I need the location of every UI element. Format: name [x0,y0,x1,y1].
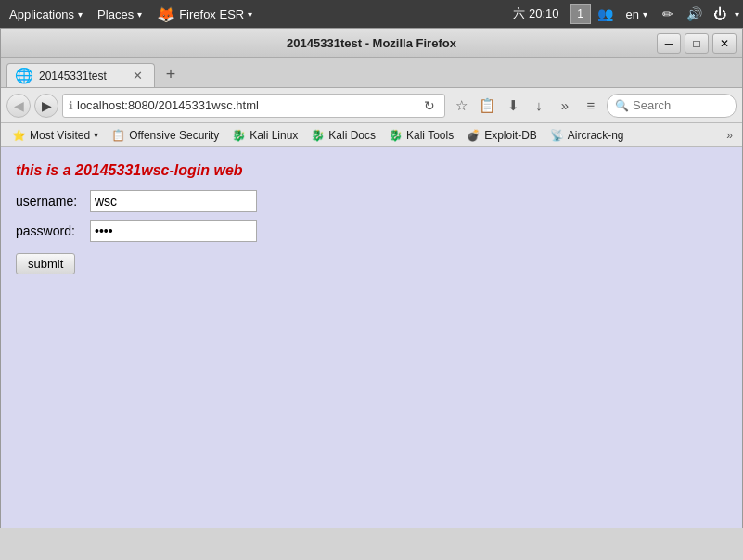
aircrack-label: Aircrack-ng [568,129,624,142]
offensive-security-icon: 📋 [111,129,125,142]
tab-favicon: 🌐 [15,67,33,84]
username-label: username: [16,194,90,209]
clipboard-button[interactable]: 📋 [475,94,499,118]
maximize-button[interactable]: □ [685,33,709,54]
kali-tools-icon: 🐉 [389,129,403,142]
kali-tools-bookmark[interactable]: 🐉 Kali Tools [383,127,459,144]
password-label: password: [16,223,90,238]
tab-close-button[interactable]: ✕ [131,69,145,83]
pocket-button[interactable]: ⬇ [501,94,525,118]
url-bar[interactable] [77,98,416,112]
title-bar: 20145331test - Mozilla Firefox ─ □ ✕ [1,29,742,58]
search-input[interactable] [633,98,725,112]
tab-title: 20145331test [39,70,107,83]
nav-icon-group: ☆ 📋 ⬇ ↓ » ≡ [449,94,603,118]
kali-docs-icon: 🐉 [311,129,325,142]
exploit-db-icon: 💣 [467,129,480,142]
most-visited-icon: ⭐ [12,129,26,142]
username-row: username: [16,190,727,212]
taskbar-time: 六 20:10 [513,6,558,22]
nav-bar: ◀ ▶ ℹ ↻ ☆ 📋 ⬇ ↓ » [1,88,742,123]
taskbar-more-chevron: ▾ [735,9,739,19]
url-bar-container: ℹ ↻ [62,94,445,118]
page-content: this is a 20145331wsc-login web username… [1,147,742,528]
browser-menu[interactable]: 🦊 Firefox ESR ▾ [151,4,258,25]
back-button[interactable]: ◀ [6,94,31,118]
kali-linux-bookmark[interactable]: 🐉 Kali Linux [226,127,303,144]
bookmark-star-button[interactable]: ☆ [449,94,473,118]
most-visited-chevron: ▾ [94,130,98,140]
password-row: password: [16,220,727,242]
close-button[interactable]: ✕ [712,33,737,54]
applications-label: Applications [9,7,74,21]
aircrack-icon: 📡 [550,129,564,142]
star-icon: ☆ [455,97,468,114]
page-title: this is a 20145331wsc-login web [16,162,727,179]
new-tab-button[interactable]: + [159,63,183,85]
clipboard-icon: 📋 [479,97,496,114]
pen-icon[interactable]: ✏ [657,3,679,25]
workspace-indicator[interactable]: 1 [570,4,591,24]
applications-chevron: ▾ [78,9,83,19]
exploit-db-bookmark[interactable]: 💣 Exploit-DB [461,127,543,144]
kali-linux-icon: 🐉 [232,129,246,142]
bookmarks-bar: ⭐ Most Visited ▾ 📋 Offensive Security 🐉 … [1,123,742,147]
places-chevron: ▾ [137,9,142,19]
menu-button[interactable]: ≡ [579,94,603,118]
power-icon[interactable]: ⏻ [709,3,731,25]
aircrack-bookmark[interactable]: 📡 Aircrack-ng [544,127,630,144]
offensive-security-bookmark[interactable]: 📋 Offensive Security [106,127,224,144]
applications-menu[interactable]: Applications ▾ [4,6,88,23]
search-icon: 🔍 [615,99,629,112]
reload-icon: ↻ [424,98,435,113]
taskbar: Applications ▾ Places ▾ 🦊 Firefox ESR ▾ … [0,0,743,28]
more-icon: » [561,97,569,113]
submit-row: submit [16,249,727,274]
kali-docs-bookmark[interactable]: 🐉 Kali Docs [305,127,381,144]
users-icon[interactable]: 👥 [595,3,617,25]
pocket-icon: ⬇ [507,97,519,114]
submit-button[interactable]: submit [16,253,75,274]
download-icon: ↓ [535,97,543,113]
exploit-db-label: Exploit-DB [484,129,537,142]
lang-selector[interactable]: en ▾ [621,6,653,23]
forward-button[interactable]: ▶ [34,94,58,118]
active-tab[interactable]: 🌐 20145331test ✕ [6,63,155,87]
window-controls: ─ □ ✕ [657,33,737,54]
browser-chevron: ▾ [248,9,252,19]
minimize-button[interactable]: ─ [657,33,681,54]
kali-docs-label: Kali Docs [328,129,376,142]
firefox-icon: 🦊 [157,6,175,23]
places-label: Places [97,7,134,21]
kali-linux-label: Kali Linux [250,129,298,142]
more-tools-button[interactable]: » [553,94,577,118]
info-icon[interactable]: ℹ [69,99,73,112]
tab-bar: 🌐 20145331test ✕ + [1,58,742,88]
window-title: 20145331test - Mozilla Firefox [287,36,456,50]
reload-button[interactable]: ↻ [420,96,439,115]
bookmarks-more-button[interactable]: » [723,127,737,144]
places-menu[interactable]: Places ▾ [92,6,147,23]
download-button[interactable]: ↓ [527,94,551,118]
browser-window: 20145331test - Mozilla Firefox ─ □ ✕ 🌐 2… [0,28,743,528]
most-visited-bookmark[interactable]: ⭐ Most Visited ▾ [6,127,104,144]
audio-icon[interactable]: 🔊 [683,3,705,25]
search-bar-container: 🔍 [607,94,737,118]
offensive-security-label: Offensive Security [129,129,219,142]
back-icon: ◀ [14,98,24,113]
kali-tools-label: Kali Tools [406,129,454,142]
browser-label: Firefox ESR [179,7,244,21]
most-visited-label: Most Visited [30,129,90,142]
menu-icon: ≡ [587,97,596,113]
username-input[interactable] [90,190,257,212]
forward-icon: ▶ [42,98,52,113]
password-input[interactable] [90,220,257,242]
